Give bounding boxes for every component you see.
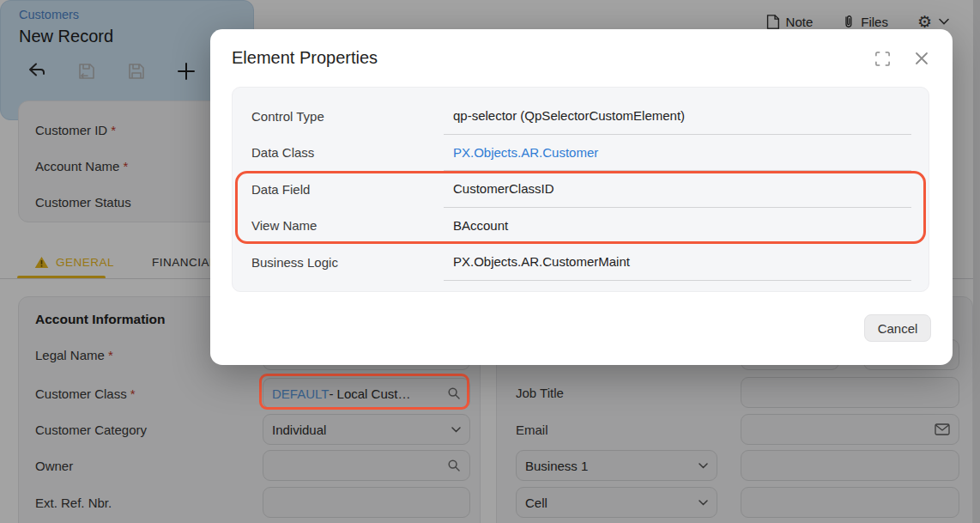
- close-dialog-button[interactable]: [913, 50, 930, 67]
- control-type-value: qp-selector (QpSelectorCustomElement): [444, 98, 911, 135]
- element-properties-dialog: Element Properties Control Type qp-selec…: [210, 29, 953, 365]
- expand-dialog-button[interactable]: [874, 50, 891, 67]
- property-row-data-field: Data Field CustomerClassID: [233, 171, 929, 208]
- property-row-business-logic: Business Logic PX.Objects.AR.CustomerMai…: [233, 244, 929, 281]
- business-logic-label: Business Logic: [233, 244, 444, 281]
- data-field-value: CustomerClassID: [444, 171, 911, 208]
- property-row-view-name: View Name BAccount: [233, 208, 929, 245]
- business-logic-value: PX.Objects.AR.CustomerMaint: [444, 244, 911, 281]
- data-class-value-link[interactable]: PX.Objects.AR.Customer: [444, 135, 911, 172]
- fullscreen-icon: [874, 51, 891, 67]
- view-name-label: View Name: [233, 208, 444, 245]
- app-root: Customers New Record Note Files ⚙: [0, 0, 980, 523]
- control-type-label: Control Type: [233, 98, 444, 135]
- view-name-value: BAccount: [444, 208, 911, 245]
- close-icon: [915, 52, 929, 65]
- cancel-button[interactable]: Cancel: [864, 314, 931, 342]
- property-row-control-type: Control Type qp-selector (QpSelectorCust…: [233, 98, 929, 135]
- data-field-label: Data Field: [233, 171, 444, 208]
- data-class-label: Data Class: [233, 135, 444, 172]
- property-row-data-class: Data Class PX.Objects.AR.Customer: [233, 135, 929, 172]
- properties-panel: Control Type qp-selector (QpSelectorCust…: [232, 87, 929, 292]
- dialog-title: Element Properties: [232, 48, 378, 68]
